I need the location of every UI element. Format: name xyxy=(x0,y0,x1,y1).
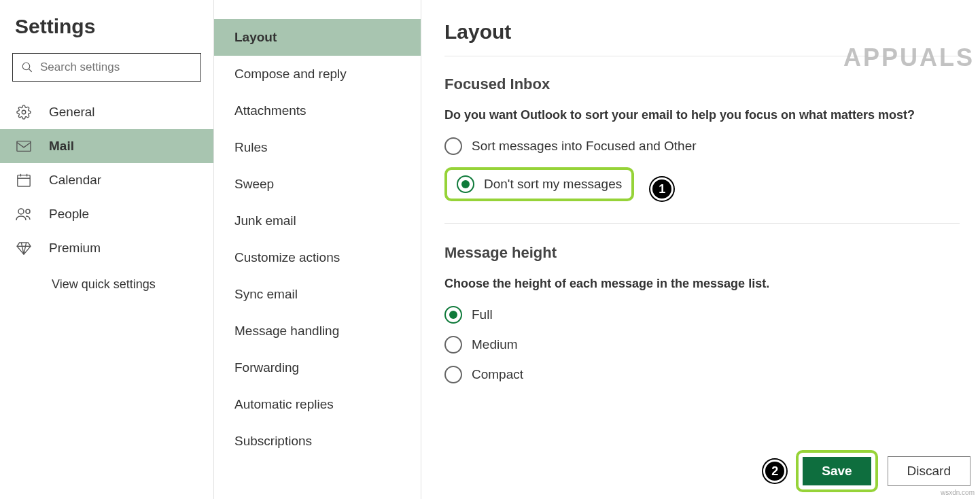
svg-rect-4 xyxy=(18,175,30,187)
radio-label: Medium xyxy=(472,337,518,352)
mid-item-rules[interactable]: Rules xyxy=(214,129,421,166)
save-button[interactable]: Save xyxy=(803,457,871,485)
radio-height-medium[interactable]: Medium xyxy=(444,336,960,354)
message-height-heading: Message height xyxy=(444,244,960,262)
search-box[interactable] xyxy=(12,53,201,82)
page-title: Settings xyxy=(0,15,213,38)
section-message-height: Message height Choose the height of each… xyxy=(444,244,960,408)
mid-item-compose[interactable]: Compose and reply xyxy=(214,56,421,92)
nav-label: Mail xyxy=(49,139,74,154)
search-icon xyxy=(21,61,33,74)
search-container xyxy=(12,53,201,82)
radio-height-full[interactable]: Full xyxy=(444,306,960,324)
mid-item-sweep[interactable]: Sweep xyxy=(214,166,421,203)
focused-inbox-heading: Focused Inbox xyxy=(444,75,960,93)
mid-item-sync[interactable]: Sync email xyxy=(214,276,421,313)
radio-icon[interactable] xyxy=(457,175,474,193)
nav-label: General xyxy=(49,105,95,120)
callout-badge-1: 1 xyxy=(650,177,673,201)
mid-item-customize[interactable]: Customize actions xyxy=(214,239,421,276)
radio-label: Compact xyxy=(472,367,523,382)
diamond-icon xyxy=(15,241,33,256)
watermark-sub: wsxdn.com xyxy=(941,489,975,496)
mid-item-layout[interactable]: Layout xyxy=(214,19,421,56)
discard-button[interactable]: Discard xyxy=(888,456,970,486)
radio-label: Don't sort my messages xyxy=(484,177,622,192)
message-height-desc: Choose the height of each message in the… xyxy=(444,277,960,291)
svg-point-11 xyxy=(18,209,24,214)
radio-label: Sort messages into Focused and Other xyxy=(472,139,697,154)
mid-item-junk[interactable]: Junk email xyxy=(214,203,421,239)
sidebar-primary: Settings General Mail Calendar People xyxy=(0,0,214,499)
radio-dont-sort[interactable]: Don't sort my messages xyxy=(457,175,622,193)
content-pane: APPUALS Layout Focused Inbox Do you want… xyxy=(421,0,980,499)
nav-item-mail[interactable]: Mail xyxy=(0,129,213,163)
search-input[interactable] xyxy=(40,61,192,74)
mid-item-handling[interactable]: Message handling xyxy=(214,313,421,349)
radio-icon[interactable] xyxy=(444,336,462,354)
radio-height-compact[interactable]: Compact xyxy=(444,366,960,383)
svg-rect-3 xyxy=(17,141,31,152)
footer-buttons: 2 Save Discard xyxy=(747,450,970,492)
svg-line-1 xyxy=(29,69,32,72)
radio-sort-focused[interactable]: Sort messages into Focused and Other xyxy=(444,137,960,155)
highlight-dont-sort: Don't sort my messages 1 xyxy=(444,167,960,211)
nav-label: Premium xyxy=(49,241,101,256)
highlight-save: Save xyxy=(796,450,877,492)
nav-item-calendar[interactable]: Calendar xyxy=(0,163,213,197)
gear-icon xyxy=(15,105,33,120)
focused-inbox-desc: Do you want Outlook to sort your email t… xyxy=(444,108,960,122)
sidebar-secondary: Layout Compose and reply Attachments Rul… xyxy=(214,0,421,499)
radio-icon[interactable] xyxy=(444,306,462,324)
mid-item-subscriptions[interactable]: Subscriptions xyxy=(214,423,421,460)
radio-icon[interactable] xyxy=(444,366,462,383)
nav-item-general[interactable]: General xyxy=(0,95,213,129)
mid-item-attachments[interactable]: Attachments xyxy=(214,92,421,129)
nav-item-people[interactable]: People xyxy=(0,197,213,231)
svg-point-2 xyxy=(22,110,26,114)
nav-item-premium[interactable]: Premium xyxy=(0,231,213,265)
svg-point-12 xyxy=(26,209,30,213)
section-focused-inbox: Focused Inbox Do you want Outlook to sor… xyxy=(444,75,960,224)
mid-item-autoreplies[interactable]: Automatic replies xyxy=(214,386,421,423)
calendar-icon xyxy=(15,173,33,188)
radio-label: Full xyxy=(472,307,493,322)
nav-label: Calendar xyxy=(49,173,101,188)
watermark-logo: APPUALS xyxy=(843,44,975,72)
mid-item-forwarding[interactable]: Forwarding xyxy=(214,349,421,386)
svg-point-0 xyxy=(22,63,30,70)
nav-label: People xyxy=(49,207,89,222)
mail-icon xyxy=(15,139,33,154)
radio-icon[interactable] xyxy=(444,137,462,155)
people-icon xyxy=(15,207,33,222)
view-quick-settings-link[interactable]: View quick settings xyxy=(0,265,213,304)
callout-badge-2: 2 xyxy=(763,460,786,483)
